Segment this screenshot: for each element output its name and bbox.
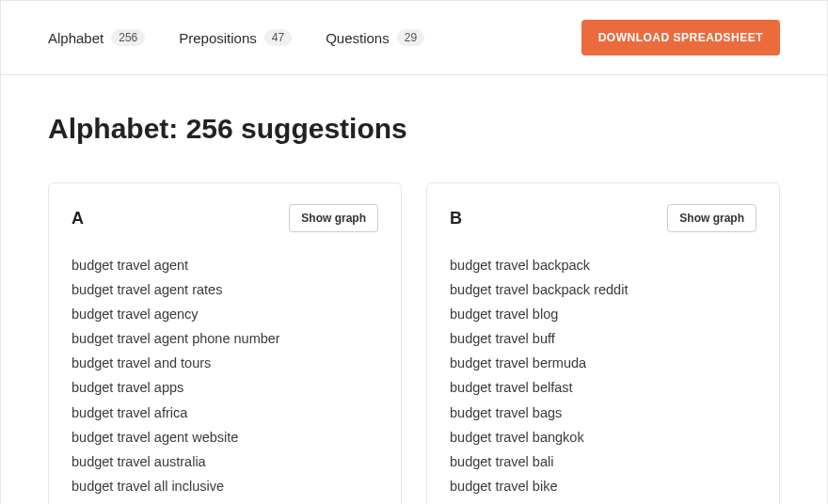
list-item[interactable]: budget travel backpack [450,253,756,277]
card-a: A Show graph budget travel agent budget … [48,182,402,504]
list-item[interactable]: budget travel agent rates [72,277,378,302]
show-graph-button[interactable]: Show graph [289,204,378,232]
list-item[interactable]: budget travel bangkok [450,425,756,449]
download-spreadsheet-button[interactable]: DOWNLOAD SPREADSHEET [581,20,780,55]
list-item[interactable]: budget travel agent website [72,425,378,449]
list-item[interactable]: budget travel bags [450,401,756,425]
list-item[interactable]: budget travel bali [450,449,756,474]
list-item[interactable]: budget travel buff [450,326,756,351]
list-item[interactable]: budget travel belfast [450,375,756,400]
suggestion-list: budget travel agent budget travel agent … [72,253,378,498]
list-item[interactable]: budget travel africa [72,401,378,425]
show-graph-button[interactable]: Show graph [667,204,756,232]
list-item[interactable]: budget travel agency [72,302,378,326]
tab-count-badge: 47 [264,29,292,46]
list-item[interactable]: budget travel blog [450,302,756,326]
card-letter: A [72,209,84,228]
tab-label: Alphabet [48,30,104,46]
card-b: B Show graph budget travel backpack budg… [426,182,780,504]
tab-label: Prepositions [179,30,257,46]
card-header: B Show graph [450,204,756,232]
list-item[interactable]: budget travel backpack reddit [450,277,756,302]
page-heading: Alphabet: 256 suggestions [48,113,780,145]
content-area: Alphabet: 256 suggestions A Show graph b… [1,75,827,504]
tab-alphabet[interactable]: Alphabet 256 [48,29,145,46]
list-item[interactable]: budget travel agent phone number [72,326,378,351]
suggestion-list: budget travel backpack budget travel bac… [450,253,756,498]
tab-prepositions[interactable]: Prepositions 47 [179,29,292,46]
list-item[interactable]: budget travel and tours [72,351,378,375]
tab-count-badge: 29 [397,29,424,46]
list-item[interactable]: budget travel bermuda [450,351,756,375]
card-header: A Show graph [72,204,378,232]
card-letter: B [450,209,462,228]
list-item[interactable]: budget travel bike [450,474,756,498]
cards-row: A Show graph budget travel agent budget … [48,182,780,504]
tab-questions[interactable]: Questions 29 [326,29,424,46]
list-item[interactable]: budget travel agent [72,253,378,277]
list-item[interactable]: budget travel all inclusive [72,474,378,498]
tab-label: Questions [326,30,390,46]
tab-bar: Alphabet 256 Prepositions 47 Questions 2… [1,0,827,75]
list-item[interactable]: budget travel australia [72,449,378,474]
tab-count-badge: 256 [111,29,145,46]
list-item[interactable]: budget travel apps [72,375,378,400]
